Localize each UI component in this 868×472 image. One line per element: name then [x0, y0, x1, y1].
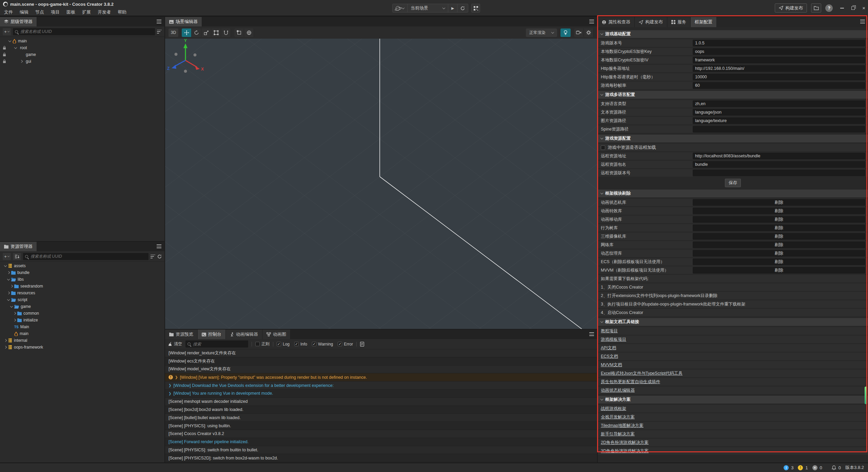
chevron-right-icon[interactable] [13, 312, 16, 315]
log-row[interactable]: [Window] model_view文件夹存在 [165, 366, 597, 374]
section-header[interactable]: 框架文档工具链接 [598, 318, 868, 326]
field-input[interactable] [693, 48, 865, 55]
field-input[interactable] [693, 170, 865, 176]
panel-menu-icon[interactable] [589, 20, 594, 23]
trim-button[interactable]: 剔除 [693, 224, 865, 231]
chevron-right-icon[interactable] [7, 292, 10, 294]
tree-item[interactable]: resources [0, 290, 164, 296]
trim-button[interactable]: 剔除 [693, 258, 865, 265]
scrollbar-thumb[interactable] [865, 387, 867, 404]
log-row[interactable]: [Scene] [box2d]:box2d wasm lib loaded. [165, 406, 597, 414]
bell-icon[interactable] [832, 465, 836, 470]
field-input[interactable] [693, 117, 865, 124]
lighting-toggle-button[interactable] [560, 28, 571, 37]
pivot-toggle-button[interactable] [234, 28, 244, 37]
hierarchy-search[interactable] [13, 28, 155, 35]
clear-console-button[interactable]: 清空 [168, 341, 182, 347]
menu-7[interactable]: 帮助 [114, 9, 130, 16]
scene-viewport[interactable]: Y X Z [165, 39, 597, 329]
filter-warning-checkbox[interactable]: ✓Warning [312, 342, 333, 347]
chevron-right-icon[interactable] [4, 346, 7, 349]
menu-5[interactable]: 扩展 [79, 9, 94, 16]
chevron-down-icon[interactable] [4, 264, 7, 267]
play-button[interactable]: ▶ [448, 4, 457, 12]
chevron-down-icon[interactable] [7, 298, 10, 300]
section-header[interactable]: 框架模块剔除 [598, 190, 868, 197]
filter-error-checkbox[interactable]: ✓Error [338, 342, 353, 347]
sort-assets-button[interactable] [13, 253, 21, 260]
create-node-button[interactable]: + [3, 28, 11, 35]
close-button[interactable]: × [862, 5, 865, 11]
open-project-folder-button[interactable] [811, 3, 821, 13]
expand-chevron-icon[interactable]: ❯ [169, 392, 171, 395]
tab-scene-editor[interactable]: 场景编辑器 [165, 17, 202, 26]
projection-3d-button[interactable]: 3D [169, 28, 178, 37]
tree-item[interactable]: root [0, 44, 164, 51]
scale-tool-button[interactable] [201, 28, 211, 37]
log-row[interactable]: [Scene] Cocos Creator v3.8.2 [165, 430, 597, 438]
tab-console-3[interactable]: 动画图 [262, 330, 291, 339]
log-row[interactable]: [Scene] [PHYSICS]: using builtin. [165, 422, 597, 430]
trim-button[interactable]: 剔除 [693, 208, 865, 214]
doc-link[interactable]: ECS文档 [601, 354, 618, 359]
trim-button[interactable]: 剔除 [693, 199, 865, 206]
tree-item[interactable]: bundle [0, 269, 164, 276]
chevron-right-icon[interactable] [20, 60, 23, 63]
tree-item[interactable]: oops-framework [0, 344, 164, 351]
console-search-input[interactable] [192, 341, 247, 347]
tree-item[interactable]: game [0, 51, 164, 58]
menu-3[interactable]: 项目 [47, 9, 63, 16]
tab-console-0[interactable]: 资源预览 [165, 330, 198, 339]
solution-link[interactable]: Tiledmap地图解决方案 [601, 423, 644, 429]
scene-camera-button[interactable] [574, 28, 584, 37]
solution-link[interactable]: 3D角色扮演游戏解决方案 [601, 448, 649, 454]
regex-checkbox[interactable]: 正则 [255, 341, 270, 347]
minimize-button[interactable] [840, 8, 844, 8]
section-header[interactable]: 框架解决方案 [598, 396, 868, 404]
tree-item[interactable]: TSMain [0, 323, 164, 330]
hierarchy-search-input[interactable] [20, 29, 153, 34]
qrcode-preview-button[interactable] [471, 4, 480, 13]
render-mode-select[interactable]: 正常渲染 [526, 28, 557, 37]
solution-link[interactable]: 全栈开发解决方案 [601, 414, 635, 420]
rect-tool-button[interactable] [211, 28, 221, 37]
trim-button[interactable]: 剔除 [693, 250, 865, 257]
log-row[interactable]: [Window] render_texture文件夹存在 [165, 349, 597, 357]
doc-link[interactable]: 教程项目 [601, 328, 618, 334]
chevron-right-icon[interactable] [10, 285, 13, 288]
error-count-icon[interactable]: × [812, 465, 817, 470]
log-row[interactable]: [Scene] [PHYSICS2D]: switch from box2d-w… [165, 454, 597, 462]
build-publish-button[interactable]: 构建发布 [775, 3, 807, 13]
tree-item[interactable]: seedrandom [0, 283, 164, 290]
warning-count-icon[interactable]: ! [798, 465, 803, 470]
scene-select[interactable]: 当前场景 [408, 4, 448, 12]
move-tool-button[interactable] [182, 28, 192, 37]
doc-link[interactable]: API文档 [601, 345, 616, 351]
axis-gizmo[interactable]: Y X Z [165, 39, 206, 79]
solution-link[interactable]: 战棋游戏框架 [601, 406, 626, 412]
chevron-down-icon[interactable] [10, 304, 13, 307]
log-row[interactable]: [Scene] meshopt wasm decoder initialized [165, 398, 597, 406]
tab-inspector-2[interactable]: 服务 [667, 17, 691, 27]
tree-item[interactable]: script [0, 296, 164, 303]
save-button[interactable]: 保存 [725, 179, 741, 187]
panel-menu-icon[interactable] [157, 244, 161, 248]
tree-item[interactable]: main [0, 38, 164, 44]
coordinate-toggle-button[interactable] [244, 28, 254, 37]
doc-link[interactable]: Excel格式转Json文件与TypeScript代码工具 [601, 371, 683, 376]
chevron-down-icon[interactable] [8, 39, 11, 42]
tab-inspector-3[interactable]: 框架配置 [691, 17, 717, 27]
chevron-right-icon[interactable] [7, 271, 10, 274]
menu-2[interactable]: 节点 [32, 9, 47, 16]
log-row[interactable]: !❯[Window] [Vue warn]: Property "onInput… [165, 373, 597, 381]
field-input[interactable] [693, 153, 865, 159]
filter-log-checkbox[interactable]: ✓Log [277, 342, 290, 347]
trim-button[interactable]: 剔除 [693, 241, 865, 248]
filter-icon[interactable] [157, 30, 162, 34]
doc-link[interactable]: MVVM文档 [601, 362, 622, 368]
log-row[interactable]: ❯[Window] You are running Vue in develop… [165, 390, 597, 398]
rotate-tool-button[interactable] [192, 28, 201, 37]
field-input[interactable] [693, 100, 865, 107]
create-asset-button[interactable]: + [3, 253, 11, 260]
section-header[interactable]: 游戏资源配置 [598, 135, 868, 142]
